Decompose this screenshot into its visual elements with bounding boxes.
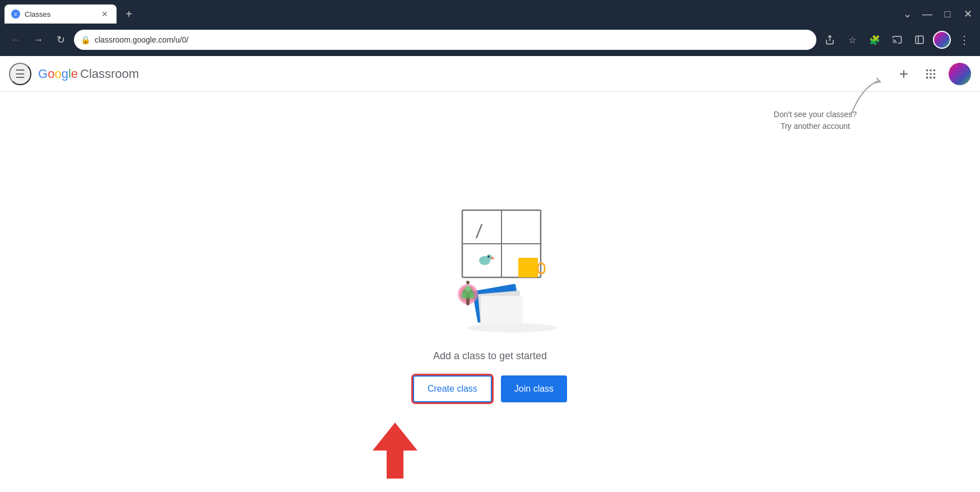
header-actions: + xyxy=(893,63,971,85)
address-bar[interactable]: 🔒 classroom.google.com/u/0/ xyxy=(74,30,816,50)
new-tab-button[interactable]: + xyxy=(121,6,137,22)
google-apps-button[interactable] xyxy=(919,63,942,85)
svg-marker-39 xyxy=(373,423,417,479)
close-window-icon[interactable]: ✕ xyxy=(960,6,976,22)
maximize-icon[interactable]: □ xyxy=(940,6,955,22)
tab-title: Classes xyxy=(25,10,50,18)
svg-point-8 xyxy=(933,69,936,71)
annotation-text-line2: Try another account xyxy=(774,120,857,132)
browser-profile-avatar[interactable] xyxy=(933,31,951,49)
reload-button[interactable]: ↻ xyxy=(52,31,69,49)
svg-point-6 xyxy=(926,69,928,71)
svg-point-37 xyxy=(466,281,470,284)
minimize-icon[interactable]: — xyxy=(919,6,935,22)
svg-marker-21 xyxy=(491,257,495,259)
google-logo-text: Google xyxy=(38,67,78,81)
bookmark-button[interactable]: ☆ xyxy=(843,31,861,49)
sidebar-button[interactable] xyxy=(911,31,928,49)
extensions-button[interactable]: 🧩 xyxy=(866,31,884,49)
svg-point-34 xyxy=(468,293,475,299)
tab-close-button[interactable]: ✕ xyxy=(100,9,110,19)
cast-button[interactable] xyxy=(888,31,906,49)
annotation-text-line1: Don't see your classes? xyxy=(774,109,857,120)
svg-point-33 xyxy=(461,293,467,299)
svg-point-38 xyxy=(468,323,558,332)
add-class-prompt: Add a class to get started xyxy=(433,350,547,362)
annotation-container: Don't see your classes? Try another acco… xyxy=(774,109,857,132)
main-content: Don't see your classes? Try another acco… xyxy=(0,92,980,492)
url-text: classroom.google.com/u/0/ xyxy=(95,35,810,44)
svg-text:C: C xyxy=(14,12,17,16)
svg-point-22 xyxy=(487,256,490,258)
svg-point-12 xyxy=(926,76,928,78)
svg-point-11 xyxy=(933,73,936,75)
app-logo[interactable]: Google Classroom xyxy=(38,67,139,81)
svg-rect-4 xyxy=(916,36,923,44)
red-arrow-annotation xyxy=(361,423,429,481)
hamburger-icon: ☰ xyxy=(15,67,25,81)
classroom-logo-text: Classroom xyxy=(80,67,139,81)
create-class-button[interactable]: Create class xyxy=(413,375,492,402)
add-class-button[interactable]: + xyxy=(893,63,915,85)
active-tab[interactable]: C Classes ✕ xyxy=(4,4,117,24)
svg-point-35 xyxy=(465,286,471,291)
forward-button[interactable]: → xyxy=(29,31,47,49)
annotation-arrow-icon xyxy=(846,75,890,120)
svg-point-10 xyxy=(930,73,932,75)
svg-point-7 xyxy=(930,69,932,71)
svg-rect-28 xyxy=(481,296,523,327)
svg-line-18 xyxy=(476,224,482,238)
tab-favicon: C xyxy=(11,10,20,18)
lock-icon: 🔒 xyxy=(81,35,90,44)
share-button[interactable] xyxy=(821,31,839,49)
svg-rect-23 xyxy=(518,258,538,277)
svg-point-14 xyxy=(933,76,936,78)
svg-point-9 xyxy=(926,73,928,75)
join-class-button[interactable]: Join class xyxy=(501,375,567,402)
buttons-row: Create class Join class xyxy=(413,375,567,402)
browser-menu-button[interactable]: ⋮ xyxy=(955,31,973,49)
svg-point-13 xyxy=(930,76,932,78)
app-header: ☰ Google Classroom + xyxy=(0,56,980,92)
back-button[interactable]: ← xyxy=(7,31,25,49)
tab-dropdown-icon[interactable]: ⌄ xyxy=(899,6,915,22)
hamburger-menu-button[interactable]: ☰ xyxy=(9,63,31,85)
user-avatar[interactable] xyxy=(949,63,971,85)
empty-state-illustration xyxy=(412,182,569,339)
